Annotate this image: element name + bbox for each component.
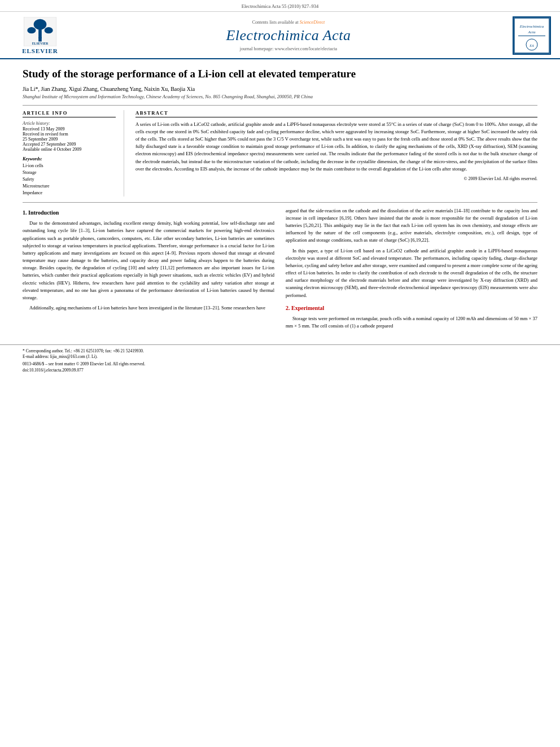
- abstract-column: ABSTRACT A series of Li-ion cells with a…: [135, 110, 537, 196]
- svg-rect-5: [38, 37, 42, 42]
- keywords-label: Keywords:: [23, 156, 116, 161]
- divider-top: [23, 105, 537, 106]
- keyword-5: Impedance: [23, 190, 116, 196]
- journal-logo-icon: Electrochimica Acta EA: [514, 18, 550, 54]
- footer-email: E-mail address: lijia_miss@163.com (J. L…: [23, 354, 537, 360]
- left-column: 1. Introduction Due to the demonstrated …: [23, 207, 274, 333]
- journal-homepage: journal homepage: www.elsevier.com/locat…: [71, 46, 506, 51]
- elsevier-tree-icon: ELSEVIER: [23, 17, 57, 46]
- section2-heading: 2. Experimental: [286, 304, 537, 313]
- section1-right-para1: argued that the side-reaction on the cat…: [286, 207, 537, 244]
- journal-top-bar: Electrochimica Acta 55 (2010) 927–934: [0, 0, 560, 12]
- svg-text:EA: EA: [529, 44, 534, 47]
- header-band: ELSEVIER ELSEVIER Contents lists availab…: [0, 12, 560, 59]
- accepted-date: Accepted 27 September 2009: [23, 142, 116, 147]
- keyword-1: Li-ion cells: [23, 163, 116, 169]
- header-left: ELSEVIER ELSEVIER: [9, 17, 71, 54]
- svg-text:Acta: Acta: [528, 30, 536, 34]
- footer-area: * Corresponding author. Tel.: +86 21 625…: [0, 344, 560, 376]
- section1-para1: Due to the demonstrated advantages, incl…: [23, 220, 274, 302]
- section1-right-para2: In this paper, a type of Li-ion cell bas…: [286, 247, 537, 299]
- footer-footnote-star: * Corresponding author. Tel.: +86 21 625…: [23, 348, 537, 355]
- divider-bottom: [23, 202, 537, 203]
- elsevier-label: ELSEVIER: [22, 47, 58, 54]
- journal-logo-box: Electrochimica Acta EA: [513, 16, 551, 55]
- history-label: Article history:: [23, 121, 116, 126]
- svg-text:Electrochimica: Electrochimica: [519, 24, 544, 29]
- svg-text:ELSEVIER: ELSEVIER: [32, 42, 49, 45]
- main-columns: 1. Introduction Due to the demonstrated …: [23, 207, 537, 333]
- article-info-abstract: ARTICLE INFO Article history: Received 1…: [23, 110, 537, 196]
- available-date: Available online 4 October 2009: [23, 147, 116, 152]
- revised-form-label: Received in revised form: [23, 132, 116, 137]
- svg-rect-2: [38, 29, 42, 38]
- journal-citation: Electrochimica Acta 55 (2010) 927–934: [242, 3, 318, 9]
- svg-point-1: [34, 19, 47, 30]
- footer-doi: doi:10.1016/j.electacta.2009.09.077: [23, 368, 537, 373]
- copyright-line: © 2009 Elsevier Ltd. All rights reserved…: [135, 176, 537, 181]
- header-center: Contents lists available at ScienceDirec…: [71, 20, 506, 51]
- section1-heading: 1. Introduction: [23, 208, 274, 217]
- section1-para2: Additionally, aging mechanisms of Li-ion…: [23, 304, 274, 312]
- article-info-column: ARTICLE INFO Article history: Received 1…: [23, 110, 124, 196]
- svg-rect-10: [518, 36, 545, 36]
- journal-title: Electrochimica Acta: [71, 27, 506, 44]
- revised-date: 25 September 2009: [23, 137, 116, 142]
- article-title: Study of the storage performance of a Li…: [23, 67, 537, 81]
- svg-point-4: [45, 27, 53, 33]
- right-column: argued that the side-reaction on the cat…: [286, 207, 537, 333]
- page: Electrochimica Acta 55 (2010) 927–934 EL…: [0, 0, 560, 747]
- abstract-title: ABSTRACT: [135, 110, 537, 117]
- article-info-title: ARTICLE INFO: [23, 110, 116, 117]
- sciencedirect-link[interactable]: ScienceDirect: [300, 20, 325, 25]
- article-body: Study of the storage performance of a Li…: [0, 59, 560, 342]
- sciencedirect-line: Contents lists available at ScienceDirec…: [71, 20, 506, 25]
- article-affiliation: Shanghai Institute of Microsystem and In…: [23, 94, 537, 99]
- keyword-3: Safety: [23, 176, 116, 183]
- keyword-4: Microstructure: [23, 183, 116, 190]
- header-right: Electrochimica Acta EA: [506, 16, 551, 55]
- footer-ids: 0013-4686/$ – see front matter © 2009 El…: [23, 361, 537, 366]
- received-date: Received 13 May 2009: [23, 126, 116, 132]
- elsevier-logo: ELSEVIER ELSEVIER: [9, 17, 71, 54]
- abstract-text: A series of Li-ion cells with a LiCoO2 c…: [135, 121, 537, 173]
- svg-point-3: [27, 27, 36, 33]
- keyword-2: Storage: [23, 169, 116, 176]
- section2-para1: Storage tests were performed on rectangu…: [286, 315, 537, 330]
- article-authors: Jia Li*, Jian Zhang, Xigui Zhang, Chuanz…: [23, 86, 537, 92]
